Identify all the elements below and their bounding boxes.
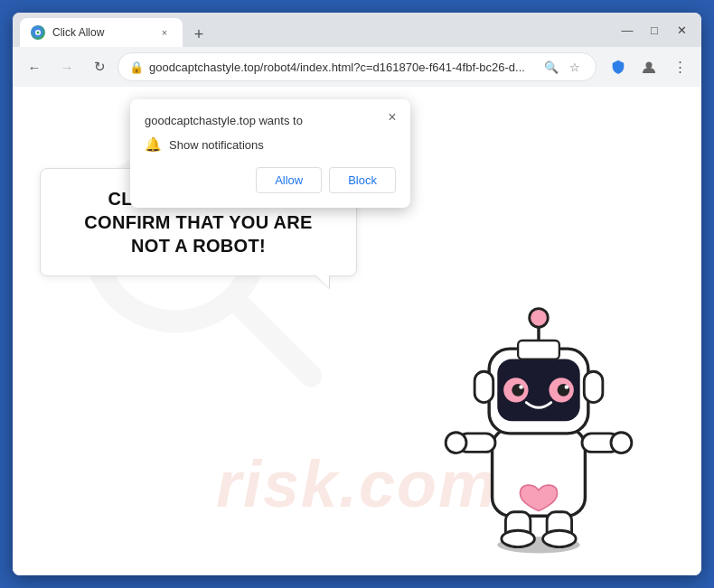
active-tab[interactable]: Click Allow × bbox=[20, 18, 183, 47]
bookmark-button[interactable]: ☆ bbox=[565, 57, 585, 77]
svg-point-28 bbox=[543, 530, 577, 546]
back-button[interactable]: ← bbox=[20, 52, 49, 81]
address-right-icons: 🔍 ☆ bbox=[541, 57, 585, 77]
svg-point-14 bbox=[519, 385, 523, 389]
title-bar: Click Allow × + — □ ✕ bbox=[13, 13, 701, 47]
block-button[interactable]: Block bbox=[329, 167, 396, 193]
svg-rect-18 bbox=[474, 371, 493, 402]
bell-icon: 🔔 bbox=[145, 136, 162, 153]
svg-point-3 bbox=[646, 62, 653, 69]
popup-buttons: Allow Block bbox=[145, 167, 396, 193]
window-controls: — □ ✕ bbox=[615, 17, 694, 42]
tab-close-button[interactable]: × bbox=[157, 25, 172, 40]
forward-button: → bbox=[52, 52, 81, 81]
popup-title: goodcaptchastyle.top wants to bbox=[145, 114, 396, 127]
tab-bar: Click Allow × + bbox=[20, 13, 607, 47]
new-tab-button[interactable]: + bbox=[186, 22, 211, 47]
robot-character bbox=[430, 268, 647, 557]
svg-point-27 bbox=[502, 530, 535, 546]
nav-bar: ← → ↻ 🔒 goodcaptchastyle.top/robot4/inde… bbox=[13, 47, 701, 87]
popup-notification-text: Show notifications bbox=[169, 138, 264, 152]
svg-point-24 bbox=[611, 433, 632, 453]
refresh-button[interactable]: ↻ bbox=[85, 52, 114, 81]
minimize-button[interactable]: — bbox=[615, 17, 640, 42]
maximize-button[interactable]: □ bbox=[642, 17, 667, 42]
profile-button[interactable] bbox=[634, 52, 663, 81]
shield-button[interactable] bbox=[604, 52, 633, 81]
notification-popup: goodcaptchastyle.top wants to × 🔔 Show n… bbox=[130, 99, 410, 208]
svg-point-15 bbox=[565, 385, 569, 389]
lock-icon: 🔒 bbox=[129, 61, 144, 74]
address-bar[interactable]: 🔒 goodcaptchastyle.top/robot4/index.html… bbox=[117, 52, 597, 81]
popup-close-button[interactable]: × bbox=[381, 107, 403, 128]
url-text: goodcaptchastyle.top/robot4/index.html?c… bbox=[149, 61, 536, 74]
allow-button[interactable]: Allow bbox=[256, 167, 322, 193]
svg-point-17 bbox=[530, 309, 549, 328]
menu-button[interactable]: ⋮ bbox=[665, 52, 694, 81]
svg-line-5 bbox=[239, 303, 311, 376]
svg-rect-19 bbox=[584, 371, 603, 402]
search-icon-button[interactable]: 🔍 bbox=[541, 57, 561, 77]
browser-window: Click Allow × + — □ ✕ ← → ↻ 🔒 goodcaptch… bbox=[13, 13, 701, 575]
svg-rect-20 bbox=[518, 341, 559, 359]
tab-favicon bbox=[31, 25, 45, 40]
nav-right-buttons: ⋮ bbox=[604, 52, 694, 81]
close-button[interactable]: ✕ bbox=[669, 17, 694, 42]
tab-title: Click Allow bbox=[52, 26, 150, 39]
page-content: risk.com goodcaptchastyle.top wants to ×… bbox=[13, 87, 701, 575]
svg-point-23 bbox=[446, 433, 466, 453]
svg-point-2 bbox=[37, 32, 40, 34]
popup-notification-row: 🔔 Show notifications bbox=[145, 136, 396, 153]
